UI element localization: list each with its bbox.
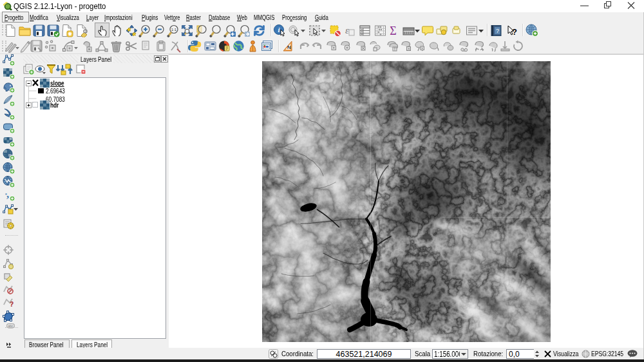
svg-text:ε: ε	[345, 25, 349, 35]
svg-text:?: ?	[496, 28, 499, 34]
svg-text:abc: abc	[8, 325, 14, 328]
svg-text:Σ: Σ	[390, 24, 396, 37]
svg-text:•: •	[5, 190, 8, 198]
svg-text:N: N	[287, 44, 291, 50]
svg-text:1:1: 1:1	[171, 28, 177, 32]
svg-text:?: ?	[10, 301, 14, 308]
svg-text:?: ?	[512, 27, 517, 37]
